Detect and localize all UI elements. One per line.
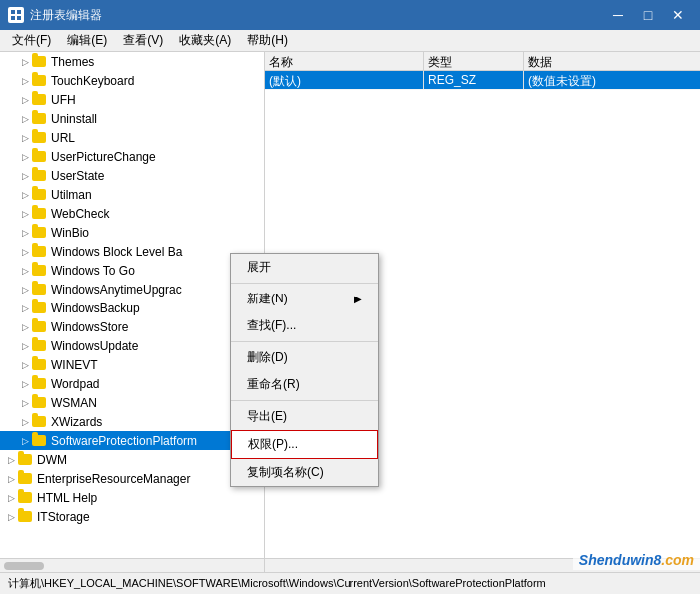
title-bar-left: 注册表编辑器	[8, 7, 102, 24]
tree-item-themes[interactable]: ▷ Themes	[0, 52, 264, 71]
context-menu: 展开 新建(N) ▶ 查找(F)... 删除(D) 重命名(R) 导出(E) 权…	[230, 253, 379, 487]
ctx-export[interactable]: 导出(E)	[231, 403, 378, 430]
close-button[interactable]: ✕	[664, 5, 692, 25]
ctx-copy-keyname[interactable]: 复制项名称(C)	[231, 459, 378, 486]
expander-htmlhelp: ▷	[4, 493, 18, 503]
menu-favorites[interactable]: 收藏夹(A)	[171, 30, 239, 51]
tree-scroll[interactable]: ▷ Themes ▷ TouchKeyboard ▷ UFH ▷ Uninsta…	[0, 52, 264, 572]
tree-item-wordpad[interactable]: ▷ Wordpad	[0, 374, 264, 393]
tree-label-windowsstore: WindowsStore	[51, 320, 128, 334]
tree-label-utilman: Utilman	[51, 188, 92, 202]
watermark: Shenduwin8.com	[573, 550, 700, 570]
expander-url: ▷	[18, 133, 32, 143]
tree-item-winbio[interactable]: ▷ WinBio	[0, 223, 264, 242]
folder-icon-winevt	[32, 358, 48, 372]
expander-ufh: ▷	[18, 95, 32, 105]
folder-icon-touchkeyboard	[32, 74, 48, 88]
folder-icon-htmlhelp	[18, 491, 34, 505]
tree-label-winevt: WINEVT	[51, 358, 98, 372]
tree-item-utilman[interactable]: ▷ Utilman	[0, 185, 264, 204]
folder-icon-ufh	[32, 93, 48, 107]
tree-item-winevt[interactable]: ▷ WINEVT	[0, 355, 264, 374]
folder-icon-userstate	[32, 169, 48, 183]
menu-bar: 文件(F) 编辑(E) 查看(V) 收藏夹(A) 帮助(H)	[0, 30, 700, 52]
tree-item-itstorage[interactable]: ▷ ITStorage	[0, 507, 264, 526]
ctx-find-label: 查找(F)...	[247, 317, 296, 334]
tree-item-ufh[interactable]: ▷ UFH	[0, 90, 264, 109]
tree-item-windowsupdate[interactable]: ▷ WindowsUpdate	[0, 336, 264, 355]
folder-icon-windowsbackup	[32, 301, 48, 315]
expander-winevt: ▷	[18, 360, 32, 370]
tree-item-windowsbackup[interactable]: ▷ WindowsBackup	[0, 298, 264, 317]
expander-windowsbackup: ▷	[18, 303, 32, 313]
menu-help[interactable]: 帮助(H)	[239, 30, 296, 51]
ctx-permissions[interactable]: 权限(P)...	[231, 430, 378, 459]
tree-item-enterpriseresourcemanager[interactable]: ▷ EnterpriseResourceManager	[0, 469, 264, 488]
tree-item-softwareprotectionplatform[interactable]: ▷ SoftwareProtectionPlatform	[0, 431, 264, 450]
ctx-expand-label: 展开	[247, 259, 271, 276]
tree-item-htmlhelp[interactable]: ▷ HTML Help	[0, 488, 264, 507]
cell-type: REG_SZ	[424, 71, 524, 89]
expander-enterpriseresourcemanager: ▷	[4, 474, 18, 484]
tree-label-windowstogo: Windows To Go	[51, 264, 135, 278]
menu-edit[interactable]: 编辑(E)	[59, 30, 115, 51]
expander-utilman: ▷	[18, 190, 32, 200]
tree-item-webcheck[interactable]: ▷ WebCheck	[0, 204, 264, 223]
folder-icon-winbio	[32, 226, 48, 240]
folder-icon-webcheck	[32, 207, 48, 221]
tree-item-userpicturechange[interactable]: ▷ UserPictureChange	[0, 147, 264, 166]
watermark-domain: .com	[661, 552, 694, 568]
tree-label-winblocklevel: Windows Block Level Ba	[51, 245, 182, 259]
tree-item-windowsstore[interactable]: ▷ WindowsStore	[0, 317, 264, 336]
table-row[interactable]: (默认) REG_SZ (数值未设置)	[265, 71, 700, 90]
tree-label-touchkeyboard: TouchKeyboard	[51, 74, 134, 88]
table-header: 名称 类型 数据	[265, 52, 700, 71]
tree-label-enterpriseresourcemanager: EnterpriseResourceManager	[37, 472, 190, 486]
folder-icon-themes	[32, 55, 48, 69]
tree-item-windowsanytime[interactable]: ▷ WindowsAnytimeUpgrac	[0, 280, 264, 298]
expander-userstate: ▷	[18, 171, 32, 181]
tree-item-wsman[interactable]: ▷ WSMAN	[0, 393, 264, 412]
ctx-find[interactable]: 查找(F)...	[231, 312, 378, 339]
title-bar: 注册表编辑器 ─ □ ✕	[0, 0, 700, 30]
menu-view[interactable]: 查看(V)	[115, 30, 171, 51]
tree-item-xwizards[interactable]: ▷ XWizards	[0, 412, 264, 431]
col-name-header: 名称	[265, 52, 424, 70]
expander-windowstogo: ▷	[18, 266, 32, 276]
menu-file[interactable]: 文件(F)	[4, 30, 59, 51]
folder-icon-wsman	[32, 396, 48, 410]
tree-item-windowstogo[interactable]: ▷ Windows To Go	[0, 261, 264, 280]
folder-icon-windowsstore	[32, 320, 48, 334]
folder-icon-winblocklevel	[32, 245, 48, 259]
status-bar: 计算机\HKEY_LOCAL_MACHINE\SOFTWARE\Microsof…	[0, 572, 700, 594]
tree-item-url[interactable]: ▷ URL	[0, 128, 264, 147]
tree-item-winblocklevel[interactable]: ▷ Windows Block Level Ba	[0, 242, 264, 261]
tree-item-uninstall[interactable]: ▷ Uninstall	[0, 109, 264, 128]
ctx-new[interactable]: 新建(N) ▶	[231, 286, 378, 312]
tree-hscroll-thumb	[4, 562, 44, 570]
tree-item-touchkeyboard[interactable]: ▷ TouchKeyboard	[0, 71, 264, 90]
expander-windowsupdate: ▷	[18, 341, 32, 351]
maximize-button[interactable]: □	[634, 5, 662, 25]
tree-label-winbio: WinBio	[51, 226, 89, 240]
tree-item-dwm[interactable]: ▷ DWM	[0, 450, 264, 469]
tree-item-userstate[interactable]: ▷ UserState	[0, 166, 264, 185]
ctx-permissions-label: 权限(P)...	[248, 436, 298, 453]
minimize-button[interactable]: ─	[604, 5, 632, 25]
status-path: 计算机\HKEY_LOCAL_MACHINE\SOFTWARE\Microsof…	[8, 576, 546, 591]
ctx-delete[interactable]: 删除(D)	[231, 344, 378, 371]
ctx-delete-label: 删除(D)	[247, 349, 288, 366]
tree-label-softwareprotection: SoftwareProtectionPlatform	[51, 434, 197, 448]
ctx-new-arrow: ▶	[354, 294, 362, 304]
folder-icon-softwareprotection	[32, 434, 48, 448]
ctx-expand[interactable]: 展开	[231, 254, 378, 281]
tree-label-htmlhelp: HTML Help	[37, 491, 97, 505]
folder-icon-windowsupdate	[32, 339, 48, 353]
ctx-rename[interactable]: 重命名(R)	[231, 371, 378, 398]
tree-label-windowsbackup: WindowsBackup	[51, 301, 140, 315]
tree-label-uninstall: Uninstall	[51, 112, 97, 126]
col-data-header: 数据	[524, 52, 700, 70]
svg-rect-0	[11, 10, 15, 14]
tree-hscroll[interactable]	[0, 558, 264, 572]
window-controls: ─ □ ✕	[604, 5, 692, 25]
